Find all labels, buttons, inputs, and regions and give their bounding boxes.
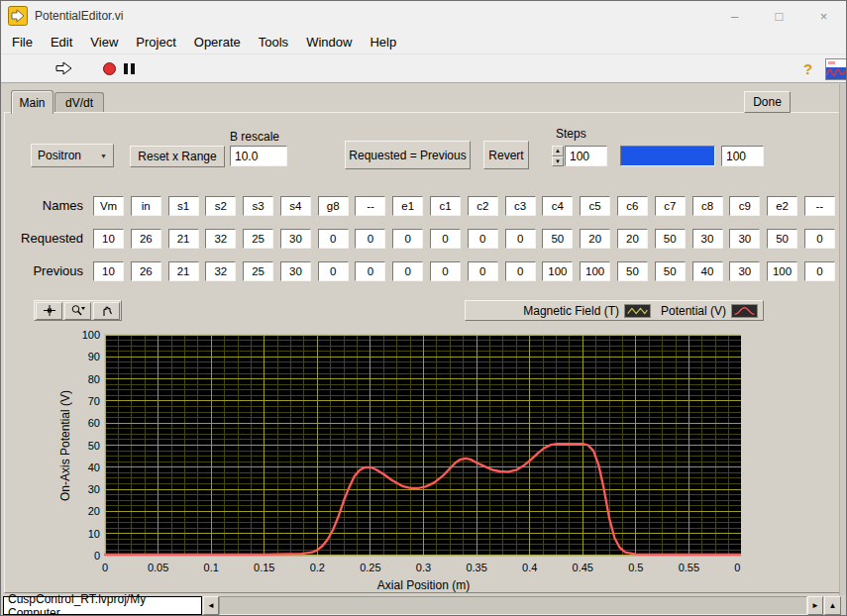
menu-item-edit[interactable]: Edit (42, 32, 81, 52)
pan-tool-button[interactable] (93, 302, 120, 320)
requested-cell[interactable]: 0 (355, 229, 385, 249)
scroll-left-icon[interactable]: ◄ (203, 596, 219, 615)
previou-cell[interactable]: 0 (505, 261, 536, 281)
menu-item-view[interactable]: View (81, 32, 127, 52)
menu-item-operate[interactable]: Operate (185, 32, 250, 52)
name-cell[interactable]: c6 (617, 196, 648, 216)
close-button[interactable]: × (801, 1, 846, 31)
reset-x-range-button[interactable]: Reset x Range (130, 146, 225, 167)
name-cell[interactable]: c4 (542, 196, 573, 216)
previou-cell[interactable]: 100 (542, 261, 573, 281)
done-button[interactable]: Done (744, 91, 791, 113)
previou-cell[interactable]: 0 (355, 261, 385, 281)
minimize-button[interactable]: – (712, 1, 757, 31)
previou-cell[interactable]: 100 (767, 261, 797, 281)
legend-item-magnetic-field[interactable]: Magnetic Field (T) (523, 304, 651, 318)
requested-cell[interactable]: 30 (280, 229, 311, 249)
requested-cell[interactable]: 0 (392, 229, 423, 249)
requested-cell[interactable]: 50 (767, 229, 797, 249)
name-cell[interactable]: s2 (205, 196, 236, 216)
previou-cell[interactable]: 10 (93, 261, 124, 281)
menu-item-project[interactable]: Project (127, 32, 184, 52)
name-cell[interactable]: e1 (392, 196, 423, 216)
requested-cell[interactable]: 21 (168, 229, 199, 249)
name-cell[interactable]: s1 (168, 196, 199, 216)
legend-item-potential[interactable]: Potential (V) (661, 304, 758, 318)
spin-down-icon[interactable]: ▼ (552, 156, 564, 167)
name-cell[interactable]: e2 (767, 196, 797, 216)
menu-item-help[interactable]: Help (361, 32, 405, 52)
scroll-right-icon[interactable]: ► (807, 596, 823, 615)
requested-equals-previous-button[interactable]: Requested = Previous (345, 141, 471, 169)
requested-cell[interactable]: 20 (580, 229, 610, 249)
name-cell[interactable]: c5 (580, 196, 610, 216)
name-cell[interactable]: Vm (93, 196, 124, 216)
name-cell[interactable]: in (131, 196, 161, 216)
previou-cell[interactable]: 100 (580, 261, 610, 281)
requested-cell[interactable]: 50 (542, 229, 573, 249)
previou-cell[interactable]: 50 (655, 261, 686, 281)
previou-cell[interactable]: 30 (280, 261, 311, 281)
requested-cell[interactable]: 32 (205, 229, 236, 249)
requested-cell[interactable]: 10 (93, 229, 124, 249)
name-cell[interactable]: -- (804, 196, 835, 216)
help-button[interactable]: ? (803, 60, 812, 77)
previou-cell[interactable]: 26 (131, 261, 161, 281)
zoom-tool-button[interactable] (64, 302, 91, 320)
name-cell[interactable]: c2 (468, 196, 498, 216)
requested-cell[interactable]: 50 (655, 229, 686, 249)
scroll-up-icon[interactable]: ▲ (824, 596, 841, 615)
requested-cell[interactable]: 25 (243, 229, 273, 249)
pause-button[interactable] (124, 63, 135, 74)
particle-ring-dropdown[interactable]: Positron ▼ (31, 144, 114, 167)
requested-cell[interactable]: 0 (804, 229, 835, 249)
previou-cell[interactable]: 50 (617, 261, 648, 281)
previou-cell[interactable]: 0 (430, 261, 461, 281)
b-rescale-field[interactable]: 10.0 (230, 146, 287, 166)
requested-cell[interactable]: 30 (692, 229, 723, 249)
name-cell[interactable]: c1 (430, 196, 461, 216)
name-cell[interactable]: c3 (505, 196, 536, 216)
name-cell[interactable]: g8 (318, 196, 349, 216)
maximize-button[interactable]: □ (757, 1, 801, 31)
tab-main[interactable]: Main (11, 90, 53, 114)
menu-item-tools[interactable]: Tools (250, 32, 297, 52)
requested-cell[interactable]: 0 (318, 229, 349, 249)
previou-cell[interactable]: 40 (692, 261, 723, 281)
requested-cell[interactable]: 30 (729, 229, 760, 249)
name-cell[interactable]: s4 (280, 196, 311, 216)
horizontal-scrollbar[interactable] (219, 596, 807, 615)
previou-cell[interactable]: 0 (468, 261, 498, 281)
previou-cell[interactable]: 25 (243, 261, 273, 281)
previou-cell[interactable]: 32 (205, 261, 236, 281)
name-cell[interactable]: -- (355, 196, 385, 216)
steps-field[interactable]: 100 (565, 146, 607, 166)
previou-cell[interactable]: 21 (168, 261, 199, 281)
previou-cell[interactable]: 0 (318, 261, 349, 281)
revert-button[interactable]: Revert (483, 141, 529, 169)
run-button[interactable] (55, 61, 73, 75)
name-cell[interactable]: c9 (729, 196, 760, 216)
spin-up-icon[interactable]: ▲ (552, 146, 564, 156)
abort-button[interactable] (103, 62, 116, 75)
requested-cell[interactable]: 20 (617, 229, 648, 249)
potential-graph-plot[interactable]: 010203040506070809010000.050.10.150.20.2… (75, 328, 741, 595)
cursor-tool-button[interactable] (36, 302, 62, 320)
previou-cell[interactable]: 30 (729, 261, 760, 281)
name-cell[interactable]: c8 (692, 196, 723, 216)
vertical-scrollbar[interactable] (839, 84, 847, 595)
name-cell[interactable]: s3 (243, 196, 273, 216)
tab-dvdt[interactable]: dV/dt (54, 92, 104, 112)
menu-item-file[interactable]: File (3, 32, 42, 52)
requested-cell[interactable]: 26 (131, 229, 161, 249)
requested-cell[interactable]: 0 (430, 229, 461, 249)
requested-cell[interactable]: 0 (468, 229, 498, 249)
requested-cell[interactable]: 0 (505, 229, 536, 249)
steps-indicator-field[interactable]: 100 (721, 146, 764, 166)
previou-cell[interactable]: 0 (804, 261, 835, 281)
menu-item-window[interactable]: Window (297, 32, 361, 52)
previou-cell[interactable]: 0 (392, 261, 423, 281)
vi-icon[interactable] (825, 58, 847, 80)
name-cell[interactable]: c7 (655, 196, 686, 216)
steps-slider[interactable] (620, 146, 715, 166)
